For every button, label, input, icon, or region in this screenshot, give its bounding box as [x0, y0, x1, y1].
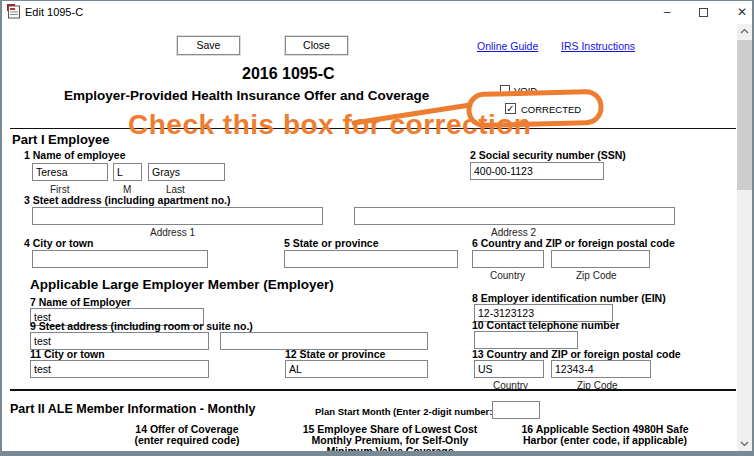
annotation-text: Check this box for correction — [128, 109, 531, 141]
void-checkbox[interactable] — [500, 85, 510, 95]
part2-heading: Part II ALE Member Information - Monthly — [10, 402, 255, 416]
employee-zip-input[interactable] — [551, 250, 650, 268]
employee-country-sub-label: Country — [490, 270, 525, 281]
col15-header: 15 Employee Share of Lowest Cost Monthly… — [300, 424, 480, 451]
annotation-highlight-oval-and-arrow — [2, 1, 752, 451]
employer-section-heading: Applicable Large Employer Member (Employ… — [30, 277, 334, 292]
phone-label: 10 Contact telephone number — [472, 319, 620, 331]
form-subtitle: Employer-Provided Health Insurance Offer… — [64, 88, 429, 103]
part2-divider — [10, 389, 736, 391]
minimize-button[interactable]: – — [652, 1, 682, 23]
employee-city-input[interactable] — [32, 250, 208, 268]
scroll-down-arrow-icon[interactable] — [737, 436, 752, 451]
close-button[interactable]: Close — [285, 36, 348, 55]
employee-state-input[interactable] — [284, 250, 458, 268]
edit-1095c-window: Edit 1095-C – ✕ Save Close Online Guide … — [2, 1, 752, 451]
window-title: Edit 1095-C — [25, 6, 83, 18]
maximize-icon — [699, 8, 708, 17]
title-bar[interactable]: Edit 1095-C – ✕ — [2, 1, 752, 23]
last-name-input[interactable] — [148, 163, 225, 181]
employee-zip-sub-label: Zip Code — [576, 270, 617, 281]
employee-street-label: 3 Steet address (including apartment no.… — [24, 194, 231, 206]
employer-city-input[interactable] — [30, 360, 209, 378]
address1-input[interactable] — [32, 207, 323, 225]
col14-header: 14 Offer of Coverage (enter required cod… — [107, 424, 267, 446]
phone-input[interactable] — [474, 331, 578, 349]
vertical-scrollbar[interactable] — [737, 24, 752, 451]
plan-start-month-label: Plan Start Month (Enter 2-digit number:) — [315, 406, 496, 417]
employer-street-label: 9 Steet address (including room or suite… — [30, 320, 253, 332]
employee-city-label: 4 City or town — [24, 237, 93, 249]
col16-header: 16 Applicable Section 4980H Safe Harbor … — [505, 424, 705, 446]
scroll-up-arrow-icon[interactable] — [737, 24, 752, 39]
close-window-button[interactable]: ✕ — [727, 1, 752, 23]
employer-country-input[interactable] — [474, 360, 544, 378]
address2-input[interactable] — [354, 207, 675, 225]
form-year-title: 2016 1095-C — [242, 65, 335, 83]
employer-country-zip-label: 13 Country and ZIP or foreign postal cod… — [472, 348, 681, 360]
employer-state-label: 12 State or province — [285, 348, 385, 360]
form-document-icon — [6, 4, 21, 19]
plan-start-month-input[interactable] — [492, 401, 540, 419]
online-guide-link[interactable]: Online Guide — [477, 40, 538, 52]
col16-line2: Harbor (enter code, if applicable) — [505, 435, 705, 446]
employee-name-label: 1 Name of employee — [24, 149, 126, 161]
employee-state-label: 5 State or province — [284, 237, 379, 249]
save-button[interactable]: Save — [177, 36, 240, 55]
middle-initial-input[interactable] — [113, 163, 142, 181]
address1-sub-label: Address 1 — [150, 227, 195, 238]
employee-country-zip-label: 6 Country and ZIP or foreign postal code — [472, 237, 675, 249]
employer-name-label: 7 Name of Employer — [30, 296, 131, 308]
employer-zip-input[interactable] — [551, 360, 651, 378]
scrollbar-thumb[interactable] — [737, 40, 752, 190]
void-label: VOID — [514, 85, 537, 96]
first-name-input[interactable] — [32, 163, 108, 181]
window-frame: Edit 1095-C – ✕ Save Close Online Guide … — [0, 0, 754, 456]
ssn-label: 2 Social security number (SSN) — [470, 149, 626, 161]
col15-line3: Minimum Value Coverage — [300, 446, 480, 451]
part1-heading: Part I Employee — [12, 132, 110, 147]
employer-state-input[interactable] — [285, 360, 428, 378]
irs-instructions-link[interactable]: IRS Instructions — [561, 40, 635, 52]
col14-line2: (enter required code) — [107, 435, 267, 446]
employer-city-label: 11 City or town — [30, 348, 105, 360]
ssn-input[interactable] — [470, 162, 604, 180]
ein-label: 8 Employer identification number (EIN) — [472, 292, 666, 304]
employee-country-input[interactable] — [472, 250, 544, 268]
